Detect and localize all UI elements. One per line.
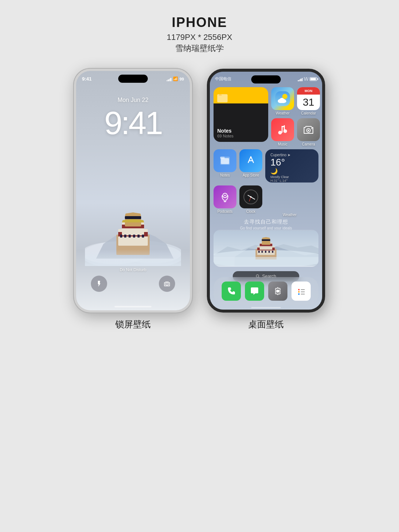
app-grid: Notes 69 Notes [214, 87, 318, 220]
grid-row-3: Podcasts Clock [214, 185, 318, 217]
lock-screen-phone: 9:41 📶 99 Mon Jun 22 9:41 [74, 69, 192, 313]
palace-widget-svg [214, 230, 318, 267]
svg-point-37 [224, 195, 226, 196]
svg-rect-10 [120, 235, 122, 238]
grid-row1-music-camera: Music [271, 118, 320, 146]
lock-palace-illustration [85, 192, 181, 266]
svg-point-24 [280, 98, 284, 102]
svg-rect-14 [137, 235, 140, 238]
palace-widget[interactable] [214, 230, 318, 267]
weather-svg [275, 91, 290, 106]
home-wifi-icon: 𝕎 [304, 76, 308, 82]
svg-point-31 [308, 130, 309, 131]
reminders-dock-icon[interactable] [291, 282, 311, 301]
music-app-wrapper[interactable]: Music [271, 118, 294, 146]
lock-bottom-controls: Do Not Disturb [76, 276, 190, 292]
camera-app-wrapper[interactable]: Camera [297, 118, 320, 146]
weather-widget[interactable]: Cupertino ➤ 16° 🌙 Mostly Clear H:31° L:1… [265, 149, 318, 183]
svg-rect-34 [221, 158, 229, 164]
grid-row-2: Notes App Store [214, 149, 318, 183]
podcasts-app-wrapper[interactable]: Podcasts [214, 185, 236, 217]
svg-point-56 [298, 289, 300, 290]
svg-rect-61 [301, 294, 305, 294]
lock-home-indicator [115, 306, 151, 307]
svg-point-55 [276, 290, 279, 293]
svg-rect-11 [124, 235, 126, 238]
svg-rect-49 [265, 251, 266, 253]
music-svg [276, 123, 289, 136]
clock-face [243, 190, 258, 204]
do-not-disturb-label: Do Not Disturb [120, 267, 146, 272]
notes-widget-count: 69 Notes [217, 134, 265, 138]
clock-app-icon [239, 185, 262, 208]
quote-chinese: 去寻找自己和理想 [214, 219, 318, 225]
quote-section: 去寻找自己和理想 Go find yourself and your ideal… [214, 219, 318, 230]
calendar-app-label: Calendar [301, 111, 316, 115]
podcasts-svg [218, 190, 232, 204]
dynamic-island-lock [118, 75, 148, 83]
svg-point-60 [298, 293, 300, 295]
home-status-bar: 中国电信 𝕎 [215, 76, 317, 82]
calendar-day: 31 [303, 97, 314, 108]
lock-status-icons: 📶 99 [167, 76, 184, 81]
phone-icon [226, 286, 237, 297]
weather-widget-label: Weather [265, 213, 314, 217]
svg-point-25 [278, 131, 282, 134]
weather-app-wrapper[interactable]: Weather [271, 87, 294, 115]
settings-dock-icon[interactable] [268, 282, 287, 301]
podcasts-app-icon [214, 185, 236, 208]
wifi-icon: 📶 [173, 76, 178, 81]
home-home-indicator [251, 307, 281, 308]
page-title: IPHONE [167, 15, 232, 30]
messages-dock-icon[interactable] [245, 282, 264, 301]
svg-rect-12 [129, 235, 131, 238]
dock [214, 277, 318, 305]
home-status-icons: 𝕎 [298, 76, 317, 82]
notes-folder-icon [217, 94, 228, 102]
clock-app-wrapper[interactable]: Clock [239, 185, 262, 217]
music-app-label: Music [278, 142, 287, 146]
svg-rect-57 [301, 289, 305, 290]
messages-icon [249, 286, 260, 297]
weather-widget-desc: Mostly Clear [270, 175, 313, 179]
svg-point-18 [167, 284, 168, 285]
battery-percent: 99 [180, 77, 184, 81]
camera-svg [302, 123, 315, 136]
svg-rect-13 [133, 235, 135, 238]
calendar-app-icon: MON 31 [297, 87, 320, 110]
svg-rect-51 [272, 251, 273, 253]
lock-screen-label: 锁屏壁纸 [115, 318, 151, 330]
phones-container: 9:41 📶 99 Mon Jun 22 9:41 [74, 69, 325, 330]
podcasts-app-label: Podcasts [217, 209, 232, 214]
svg-rect-52 [214, 257, 318, 266]
flashlight-button[interactable] [91, 276, 107, 292]
camera-button[interactable] [159, 276, 175, 292]
weather-widget-highlow: H:31° L:14° [270, 179, 313, 183]
header: IPHONE 1179PX * 2556PX 雪纳瑞壁纸学 [167, 0, 232, 61]
calendar-app-wrapper[interactable]: MON 31 Calendar [297, 87, 320, 115]
calendar-top: MON [297, 87, 320, 95]
notes-widget[interactable]: Notes 69 Notes [214, 87, 268, 142]
svg-rect-15 [142, 235, 144, 238]
appstore-app-icon [239, 149, 262, 172]
battery-icon [310, 77, 317, 81]
lock-status-time: 9:41 [82, 76, 92, 82]
files-app-wrapper[interactable]: Notes [214, 149, 236, 183]
svg-rect-47 [258, 251, 260, 253]
svg-rect-46 [262, 239, 270, 241]
weather-widget-condition-icon: 🌙 [270, 168, 313, 175]
lock-screen-wrapper: 9:41 📶 99 Mon Jun 22 9:41 [74, 69, 192, 330]
brand-text: 雪纳瑞壁纸学 [167, 43, 232, 54]
flashlight-icon [95, 280, 103, 287]
carrier-text: 中国电信 [215, 76, 231, 82]
phone-dock-icon[interactable] [222, 282, 241, 301]
svg-rect-35 [220, 157, 225, 159]
svg-rect-50 [269, 251, 270, 253]
camera-icon [163, 280, 171, 287]
resolution-text: 1179PX * 2556PX [167, 33, 232, 42]
svg-rect-59 [301, 291, 305, 292]
svg-point-58 [298, 291, 300, 293]
settings-icon [272, 286, 283, 297]
appstore-app-wrapper[interactable]: App Store [239, 149, 262, 183]
music-app-icon [271, 118, 294, 141]
